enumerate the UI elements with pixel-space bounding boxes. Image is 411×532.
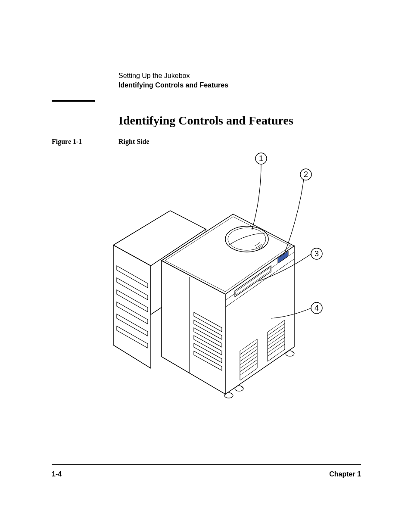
header-thin-rule bbox=[118, 101, 361, 101]
jukebox-diagram-svg: 1 2 3 4 bbox=[106, 149, 330, 403]
running-header: Setting Up the Jukebox Identifying Contr… bbox=[118, 71, 228, 90]
footer-rule bbox=[52, 464, 361, 465]
callout-3: 3 bbox=[314, 249, 319, 258]
section-heading: Identifying Controls and Features bbox=[118, 114, 293, 128]
running-header-line1: Setting Up the Jukebox bbox=[118, 71, 228, 81]
callout-4: 4 bbox=[314, 304, 319, 312]
jukebox-figure: 1 2 3 4 bbox=[106, 149, 330, 403]
callout-1: 1 bbox=[259, 154, 263, 163]
figure-caption: Right Side bbox=[118, 138, 149, 146]
page-number: 1-4 bbox=[52, 470, 62, 478]
chapter-label: Chapter 1 bbox=[329, 470, 361, 478]
callout-2: 2 bbox=[304, 170, 308, 179]
svg-point-14 bbox=[228, 228, 266, 250]
figure-label: Figure 1-1 bbox=[52, 138, 82, 146]
header-thick-rule bbox=[52, 100, 95, 102]
running-header-line2: Identifying Controls and Features bbox=[118, 81, 228, 90]
